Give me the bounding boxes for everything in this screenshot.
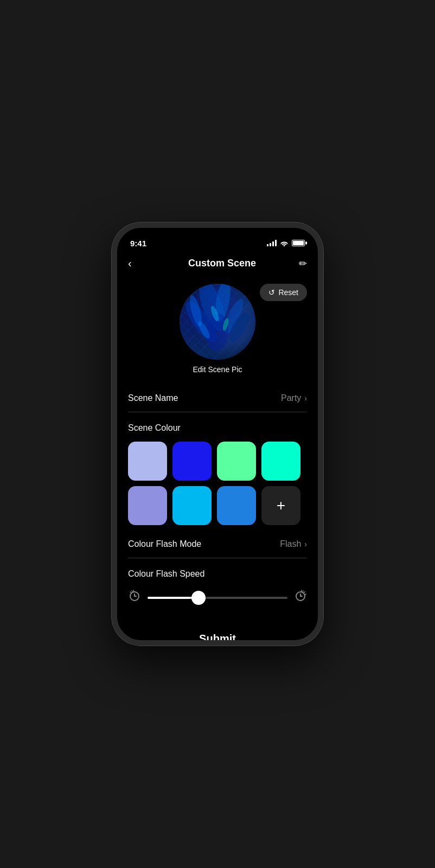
reset-label: Reset (278, 288, 298, 297)
submit-area: Submit (117, 616, 318, 640)
status-icons (267, 240, 305, 246)
colour-swatch-1[interactable] (128, 442, 167, 481)
scene-name-chevron: › (304, 394, 307, 403)
add-colour-button[interactable]: + (261, 486, 300, 525)
phone-frame: 9:41 ‹ Custom Scene ✏ (112, 222, 323, 646)
content-area[interactable]: ‹ Custom Scene ✏ ↺ Reset (117, 252, 318, 640)
colour-swatch-7[interactable] (217, 486, 256, 525)
speed-section: Colour Flash Speed (117, 558, 318, 616)
slider-container (128, 590, 307, 605)
reset-button[interactable]: ↺ Reset (260, 284, 307, 301)
colour-section-title: Scene Colour (128, 423, 307, 433)
colour-flash-mode-text: Flash (280, 539, 301, 549)
slow-speed-icon (128, 590, 141, 605)
scene-name-row[interactable]: Scene Name Party › (128, 385, 307, 412)
colour-swatch-5[interactable] (128, 486, 167, 525)
submit-button[interactable]: Submit (128, 627, 307, 640)
back-button[interactable]: ‹ (128, 257, 145, 270)
edit-icon[interactable]: ✏ (299, 258, 307, 270)
colour-swatch-6[interactable] (172, 486, 212, 525)
reset-icon: ↺ (268, 288, 275, 297)
colour-grid: + (128, 442, 307, 525)
settings-section: Scene Name Party › (117, 385, 318, 412)
colour-flash-mode-value: Flash › (280, 539, 307, 549)
colour-swatch-3[interactable] (217, 442, 256, 481)
fast-speed-icon (294, 590, 307, 605)
colour-flash-mode-label: Colour Flash Mode (128, 539, 201, 549)
header: ‹ Custom Scene ✏ (117, 252, 318, 278)
speed-slider[interactable] (148, 597, 287, 599)
scene-picture[interactable] (180, 284, 255, 360)
add-colour-icon: + (277, 498, 285, 513)
signal-icon (267, 240, 277, 246)
colour-section: Scene Colour + (117, 412, 318, 531)
page-title: Custom Scene (188, 258, 256, 269)
speed-label: Colour Flash Speed (128, 569, 307, 579)
wifi-icon (280, 240, 289, 246)
scene-image-area: ↺ Reset (117, 278, 318, 385)
notch (177, 228, 258, 244)
colour-flash-mode-chevron: › (304, 540, 307, 548)
edit-scene-label[interactable]: Edit Scene Pic (193, 365, 242, 374)
scene-name-label: Scene Name (128, 393, 178, 403)
colour-flash-mode-row[interactable]: Colour Flash Mode Flash › (128, 531, 307, 558)
scene-pic-svg (180, 284, 255, 360)
status-time: 9:41 (130, 239, 146, 248)
battery-icon (292, 240, 305, 246)
flash-section: Colour Flash Mode Flash › (117, 531, 318, 558)
colour-swatch-2[interactable] (172, 442, 212, 481)
screen: 9:41 ‹ Custom Scene ✏ (117, 228, 318, 640)
colour-swatch-4[interactable] (261, 442, 300, 481)
scene-name-value: Party › (281, 393, 307, 403)
scene-name-text: Party (281, 393, 301, 403)
